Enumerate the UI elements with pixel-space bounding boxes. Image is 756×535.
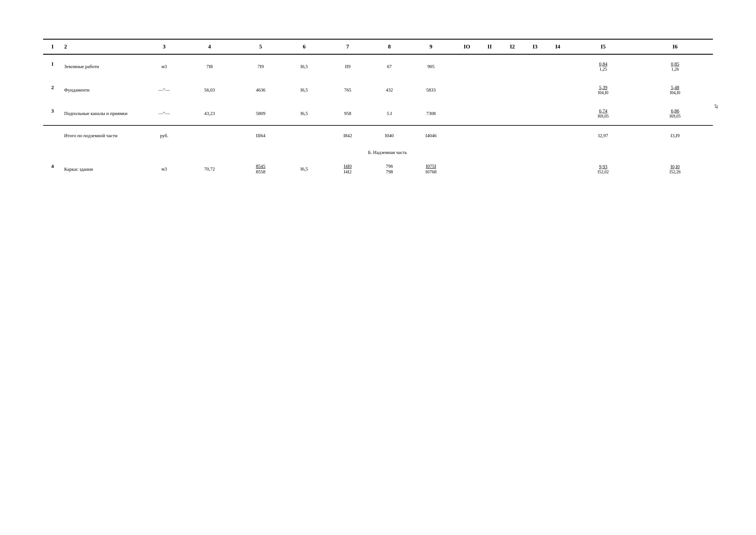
row3-col8: 5.I bbox=[372, 101, 406, 126]
summary-col1 bbox=[43, 126, 62, 146]
header-col15: I5 bbox=[569, 39, 637, 54]
summary-col8: I040 bbox=[372, 126, 406, 146]
row1-col7: II9 bbox=[323, 54, 372, 78]
table-row: 3 Подпольные каналы и приямки —"— 43,23 … bbox=[43, 101, 713, 126]
summary-col12 bbox=[501, 126, 524, 146]
row4-col11 bbox=[478, 157, 501, 181]
summary-label: Итого по подземной части bbox=[62, 126, 145, 146]
row3-col6: I6,5 bbox=[285, 101, 323, 126]
subsection-empty bbox=[43, 145, 62, 157]
row2-col7: 765 bbox=[323, 78, 372, 101]
row2-col16: 5,48 I04,I0 bbox=[637, 78, 713, 101]
row2-col12 bbox=[501, 78, 524, 101]
row1-col4: 7I8 bbox=[183, 54, 236, 78]
row1-num: I bbox=[43, 54, 62, 78]
table-row: 4 Каркас здания м3 70,72 8545 8558 I6,5 … bbox=[43, 157, 713, 181]
row2-col4: 56,03 bbox=[183, 78, 236, 101]
summary-unit: руб. bbox=[145, 126, 183, 146]
subsection-title-row: Б. Надземная часть bbox=[43, 145, 713, 157]
table-header-row: I 2 3 4 5 6 7 8 9 IO II I2 I3 I4 I5 I6 bbox=[43, 39, 713, 54]
header-col12: I2 bbox=[501, 39, 524, 54]
row4-unit: м3 bbox=[145, 157, 183, 181]
row2-col8: 432 bbox=[372, 78, 406, 101]
row3-col16: 6,86 I69,05 47 bbox=[637, 101, 713, 126]
summary-col11 bbox=[478, 126, 501, 146]
row3-col4: 43,23 bbox=[183, 101, 236, 126]
row2-num: 2 bbox=[43, 78, 62, 101]
row2-col13 bbox=[524, 78, 546, 101]
row1-col12 bbox=[501, 54, 524, 78]
row1-col14 bbox=[546, 54, 569, 78]
row3-col12 bbox=[501, 101, 524, 126]
row2-col9: 5833 bbox=[406, 78, 455, 101]
row3-name: Подпольные каналы и приямки bbox=[62, 101, 145, 126]
row3-col7: 958 bbox=[323, 101, 372, 126]
row1-col16: 0,85 1,26 bbox=[637, 54, 713, 78]
row1-unit: м3 bbox=[145, 54, 183, 78]
row1-col11 bbox=[478, 54, 501, 78]
header-col6: 6 bbox=[285, 39, 323, 54]
row4-col13 bbox=[524, 157, 546, 181]
row1-col6: I6,5 bbox=[285, 54, 323, 78]
table-row: 2 Фундаменти —"— 56,03 4636 I6,5 765 432… bbox=[43, 78, 713, 101]
row2-col5: 4636 bbox=[236, 78, 285, 101]
summary-row: Итого по подземной части руб. III64 I842… bbox=[43, 126, 713, 146]
row4-col15: 9,93 I52,02 bbox=[569, 157, 637, 181]
row4-col9: I075I I0768 bbox=[406, 157, 455, 181]
row2-col11 bbox=[478, 78, 501, 101]
header-col3: 3 bbox=[145, 39, 183, 54]
header-col9: 9 bbox=[406, 39, 455, 54]
header-col11: II bbox=[478, 39, 501, 54]
header-col8: 8 bbox=[372, 39, 406, 54]
row3-col14 bbox=[546, 101, 569, 126]
header-col1: I bbox=[43, 39, 62, 54]
summary-col14 bbox=[546, 126, 569, 146]
main-table-container: I 2 3 4 5 6 7 8 9 IO II I2 I3 I4 I5 I6 I bbox=[43, 39, 713, 181]
row3-col5: 5809 bbox=[236, 101, 285, 126]
row1-col5: 7I9 bbox=[236, 54, 285, 78]
header-col5: 5 bbox=[236, 39, 285, 54]
row2-col10 bbox=[456, 78, 478, 101]
row4-col5: 8545 8558 bbox=[236, 157, 285, 181]
row4-col4: 70,72 bbox=[183, 157, 236, 181]
summary-col4 bbox=[183, 126, 236, 146]
row4-col16: I0,I0 I52,26 bbox=[637, 157, 713, 181]
header-col13: I3 bbox=[524, 39, 546, 54]
table-row: I Земляные работи м3 7I8 7I9 I6,5 II9 67… bbox=[43, 54, 713, 78]
row4-col8: 796 798 bbox=[372, 157, 406, 181]
row4-num: 4 bbox=[43, 157, 62, 181]
row1-col8: 67 bbox=[372, 54, 406, 78]
row3-col13 bbox=[524, 101, 546, 126]
subsection-title: Б. Надземная часть bbox=[62, 145, 713, 157]
side-note-47: 47 bbox=[714, 104, 719, 108]
header-col7: 7 bbox=[323, 39, 372, 54]
row3-col9: 7308 bbox=[406, 101, 455, 126]
row3-col15: 6,74 I69,05 bbox=[569, 101, 637, 126]
row1-col13 bbox=[524, 54, 546, 78]
row2-col14 bbox=[546, 78, 569, 101]
row4-col7: I4I0 I4I2 bbox=[323, 157, 372, 181]
summary-col15: I2,97 bbox=[569, 126, 637, 146]
row1-name: Земляные работи bbox=[62, 54, 145, 78]
row4-col12 bbox=[501, 157, 524, 181]
header-col10: IO bbox=[456, 39, 478, 54]
summary-col7: I842 bbox=[323, 126, 372, 146]
row2-name: Фундаменти bbox=[62, 78, 145, 101]
summary-col5: III64 bbox=[236, 126, 285, 146]
header-col14: I4 bbox=[546, 39, 569, 54]
row2-unit: —"— bbox=[145, 78, 183, 101]
header-col4: 4 bbox=[183, 39, 236, 54]
header-col16: I6 bbox=[637, 39, 713, 54]
row2-col15: 5,39 I04,I0 bbox=[569, 78, 637, 101]
row4-col10 bbox=[456, 157, 478, 181]
summary-col6 bbox=[285, 126, 323, 146]
summary-col16: I3,I9 bbox=[637, 126, 713, 146]
row1-col15: 0,84 1,25 bbox=[569, 54, 637, 78]
row4-col14 bbox=[546, 157, 569, 181]
summary-col9: I4046 bbox=[406, 126, 455, 146]
row1-col9: 905 bbox=[406, 54, 455, 78]
row3-col10 bbox=[456, 101, 478, 126]
row3-unit: —"— bbox=[145, 101, 183, 126]
row1-col10 bbox=[456, 54, 478, 78]
summary-col10 bbox=[456, 126, 478, 146]
